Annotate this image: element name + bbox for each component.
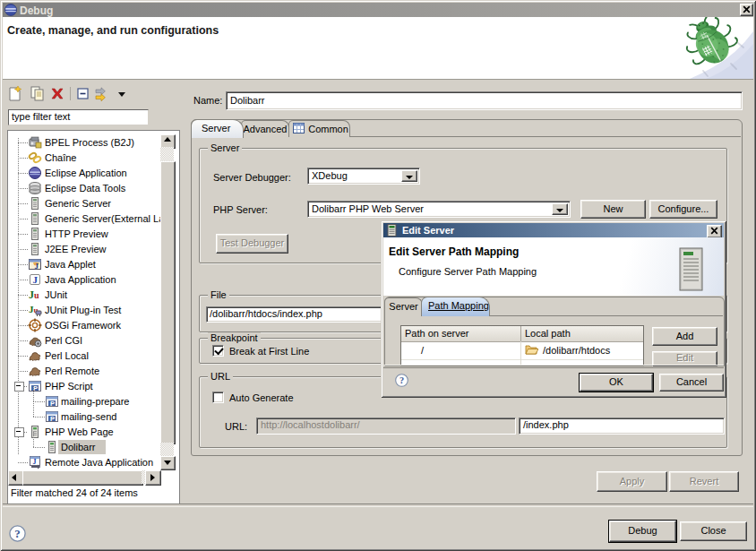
svg-text:?: ? xyxy=(14,527,21,540)
svg-text:u: u xyxy=(34,290,39,300)
svg-text:J: J xyxy=(33,274,39,285)
svg-text:?: ? xyxy=(399,375,404,385)
svg-text:J: J xyxy=(35,262,39,271)
svg-text:P: P xyxy=(50,400,55,408)
svg-text:P: P xyxy=(50,415,55,423)
svg-text:J: J xyxy=(33,458,37,466)
